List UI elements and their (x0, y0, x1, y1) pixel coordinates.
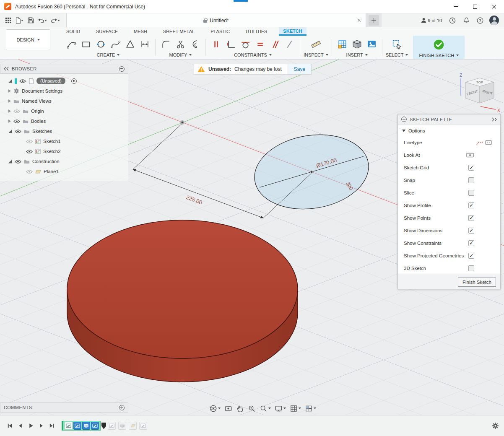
tree-row-sketch1[interactable]: Sketch1 (0, 136, 128, 146)
line-tool-button[interactable] (65, 37, 78, 52)
tree-row-sketch2[interactable]: Sketch2 (0, 146, 128, 156)
coincident-constraint-button[interactable] (209, 37, 223, 52)
tab-mesh[interactable]: MESH (130, 27, 151, 36)
help-button[interactable]: ? (475, 15, 485, 26)
undo-button[interactable] (36, 15, 48, 26)
visibility-eye-off-icon[interactable] (26, 169, 33, 174)
timeline-feature-sketch[interactable] (65, 422, 73, 430)
inspect-group-label[interactable]: INSPECT (304, 52, 324, 57)
constraints-group-label[interactable]: CONSTRAINTS (234, 52, 267, 57)
step-forward-button[interactable] (36, 421, 46, 431)
save-link-button[interactable]: Save (288, 64, 311, 74)
visibility-eye-off-icon[interactable] (26, 139, 33, 144)
close-button[interactable] (485, 0, 504, 13)
options-section-header[interactable]: Options (398, 125, 500, 136)
select-group-label[interactable]: SELECT (386, 52, 404, 57)
expander-icon[interactable] (8, 119, 11, 123)
tree-row-construction[interactable]: Construction (0, 156, 128, 166)
expand-right-icon[interactable] (492, 117, 497, 122)
visibility-eye-off-icon[interactable] (13, 109, 20, 114)
tree-row-document-settings[interactable]: Document Settings (0, 86, 128, 96)
display-settings-button[interactable] (274, 404, 287, 413)
offset-tool-button[interactable] (188, 37, 202, 52)
fit-button[interactable] (259, 404, 272, 413)
job-status-button[interactable]: 9 of 10 (419, 15, 443, 26)
timeline-feature-plane-suppressed[interactable] (129, 422, 137, 430)
centerline-icon[interactable] (484, 139, 493, 146)
pan-button[interactable] (235, 404, 245, 413)
tree-row-origin[interactable]: Origin (0, 106, 128, 116)
finish-sketch-palette-button[interactable]: Finish Sketch (458, 278, 496, 287)
browser-header[interactable]: BROWSER (0, 64, 128, 74)
circle-tool-button[interactable] (94, 37, 108, 52)
tree-row-sketches[interactable]: Sketches (0, 126, 128, 136)
sketch-grid-checkbox[interactable] (468, 165, 474, 171)
look-at-button[interactable] (223, 404, 233, 413)
show-constraints-checkbox[interactable] (468, 240, 474, 246)
equal-constraint-button[interactable] (253, 37, 267, 52)
visibility-eye-icon[interactable] (13, 119, 20, 124)
design-workspace-dropdown[interactable]: DESIGN (6, 29, 50, 50)
collapse-panel-icon[interactable] (119, 66, 125, 72)
new-tab-button[interactable] (369, 15, 379, 26)
insert-canvas-button[interactable] (365, 37, 379, 52)
parallel-constraint-button[interactable] (268, 37, 282, 52)
extension-manager-button[interactable] (448, 15, 457, 26)
app-grid-button[interactable] (3, 15, 13, 26)
orbit-button[interactable] (208, 404, 221, 413)
tab-surface[interactable]: SURFACE (92, 27, 122, 36)
tangent-constraint-button[interactable] (239, 37, 252, 52)
show-points-checkbox[interactable] (468, 215, 474, 221)
tab-close-button[interactable] (356, 18, 362, 23)
tab-solid[interactable]: SOLID (62, 27, 84, 36)
visibility-eye-icon[interactable] (15, 129, 21, 134)
expander-icon[interactable] (8, 130, 12, 133)
go-to-end-button[interactable] (47, 421, 56, 431)
fix-constraint-button[interactable] (283, 37, 296, 52)
tree-row-named-views[interactable]: Named Views (0, 96, 128, 106)
avatar[interactable] (489, 16, 499, 25)
tab-sketch[interactable]: SKETCH (279, 27, 306, 36)
view-cube[interactable]: Z TOP FRONT RIGHT X (452, 70, 503, 116)
minimize-button[interactable] (446, 0, 465, 13)
add-comment-icon[interactable] (119, 405, 125, 410)
measure-tool-button[interactable] (309, 37, 323, 52)
tree-row-plane1[interactable]: Plane1 (0, 166, 128, 176)
timeline-feature-sketch-selected[interactable] (73, 422, 81, 430)
expander-icon[interactable] (8, 160, 12, 164)
trim-tool-button[interactable] (174, 37, 187, 52)
insert-group-label[interactable]: INSERT (346, 52, 363, 57)
modify-group-label[interactable]: MODIFY (169, 52, 187, 57)
finish-sketch-label[interactable]: FINISH SKETCH (419, 53, 454, 58)
visibility-eye-icon[interactable] (26, 149, 33, 154)
show-projected-geometries-checkbox[interactable] (468, 253, 474, 259)
expander-icon[interactable] (8, 109, 11, 113)
timeline-feature-extrude-suppressed[interactable] (118, 422, 126, 430)
timeline-feature-sketch-suppressed[interactable] (108, 422, 116, 430)
spline-tool-button[interactable] (109, 37, 122, 52)
sketch-palette-header[interactable]: SKETCH PALETTE (398, 114, 500, 125)
play-button[interactable] (26, 421, 35, 431)
3d-sketch-checkbox[interactable] (468, 265, 474, 271)
show-profile-checkbox[interactable] (468, 202, 474, 208)
collapse-left-icon[interactable] (4, 67, 9, 71)
construction-line-icon[interactable] (476, 139, 484, 146)
select-tool-button[interactable] (390, 37, 404, 52)
vertical-horizontal-constraint-button[interactable] (224, 37, 238, 52)
timeline-feature-extrude-selected[interactable] (82, 422, 90, 430)
create-group-label[interactable]: CREATE (97, 52, 115, 57)
dimension-text-225[interactable]: 225.00 (185, 194, 203, 206)
slice-checkbox[interactable] (468, 190, 474, 196)
polygon-tool-button[interactable] (123, 37, 137, 52)
tree-row-root[interactable]: (Unsaved) (0, 76, 128, 86)
expander-icon[interactable] (8, 99, 11, 103)
finish-sketch-button[interactable] (432, 38, 446, 52)
activate-component-radio[interactable] (71, 78, 77, 84)
timeline-track[interactable] (62, 421, 101, 431)
snap-checkbox[interactable] (468, 177, 474, 183)
palette-menu-icon[interactable] (401, 117, 407, 122)
look-at-icon[interactable] (466, 152, 474, 158)
body-disc[interactable] (67, 220, 298, 382)
tab-utilities[interactable]: UTILITIES (242, 27, 271, 36)
tree-row-bodies[interactable]: Bodies (0, 116, 128, 126)
